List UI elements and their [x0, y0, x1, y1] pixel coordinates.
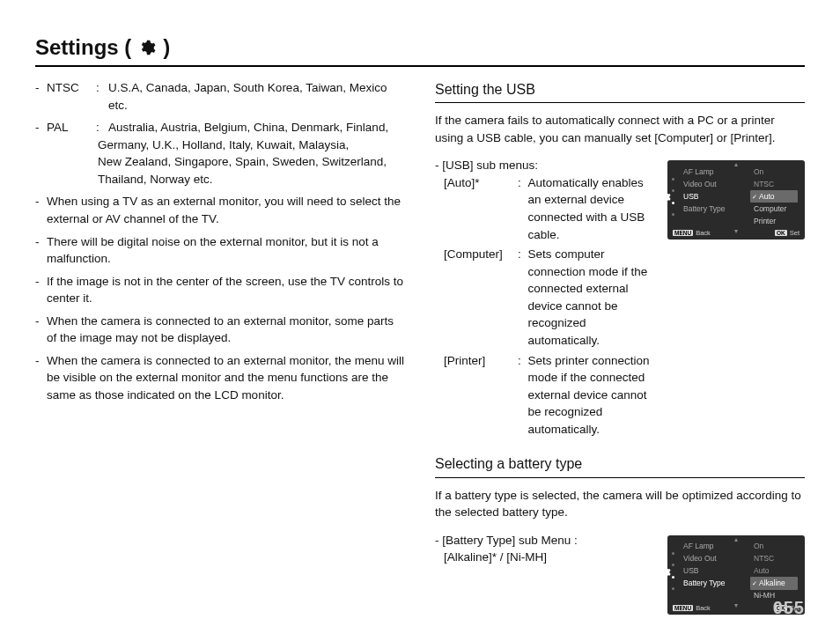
- note-digital-noise: There will be digital noise on the exter…: [35, 233, 405, 268]
- usb-heading: Setting the USB: [435, 79, 805, 100]
- right-column: Setting the USB If the camera fails to a…: [435, 79, 805, 629]
- battery-intro: If a battery type is selected, the camer…: [435, 487, 805, 521]
- note-center-image: If the image is not in the center of the…: [35, 273, 405, 307]
- pal-value-2: Germany, U.K., Holland, Italy, Kuwait, M…: [47, 136, 405, 154]
- battery-sub-label: - [Battery Type] sub Menu :: [435, 532, 653, 549]
- battery-heading: Selecting a battery type: [435, 453, 805, 474]
- page-number: 055: [773, 598, 805, 618]
- page-title: Settings ( ): [35, 35, 805, 60]
- osd-tab-indicator: [671, 173, 674, 220]
- left-column: NTSC:U.S.A, Canada, Japan, South Korea, …: [35, 79, 405, 629]
- pal-line: PAL:Australia, Austria, Belgium, China, …: [35, 119, 405, 188]
- osd-back-label: MENUBack: [673, 229, 711, 238]
- usb-computer-def: [Computer]: Sets computer connection mod…: [444, 246, 653, 349]
- battery-sub-values: [Alkaline]* / [Ni-MH]: [444, 549, 653, 566]
- osd-row-usb: USBAuto: [673, 190, 799, 203]
- title-rule: [35, 65, 805, 67]
- pal-value-4: Thailand, Norway etc.: [47, 171, 405, 188]
- osd-row-video-out: Video OutNTSC: [673, 178, 799, 190]
- pal-key: PAL: [47, 119, 92, 136]
- pal-value-1: Australia, Austria, Belgium, China, Denm…: [108, 119, 405, 136]
- osd-row-battery-type: Battery TypeAlkaline: [673, 578, 799, 590]
- note-menu-visible: When the camera is connected to an exter…: [35, 352, 405, 404]
- osd-gear-icon: [659, 191, 671, 206]
- battery-rule: [435, 477, 805, 478]
- note-tv-channel: When using a TV as an external monitor, …: [35, 193, 405, 227]
- osd-tab-indicator: [671, 548, 674, 595]
- osd-arrow-up-icon: ▴: [734, 159, 738, 170]
- osd-usb: ▴ AF LampOn Video OutNTSC USBAuto Batter…: [667, 160, 805, 240]
- osd-row-video-out: Video OutNTSC: [673, 553, 799, 565]
- usb-auto-def: [Auto]*: Automatically enables an extern…: [444, 174, 653, 243]
- page-title-prefix: Settings (: [35, 35, 131, 60]
- osd-arrow-up-icon: ▴: [734, 534, 738, 545]
- pal-value-3: New Zealand, Singapore, Spain, Sweden, S…: [47, 153, 405, 171]
- osd-row-usb: USBAuto: [673, 565, 799, 578]
- ntsc-line: NTSC:U.S.A, Canada, Japan, South Korea, …: [35, 79, 405, 114]
- page-title-suffix: ): [163, 35, 170, 60]
- ntsc-value: U.S.A, Canada, Japan, South Korea, Taiwa…: [108, 79, 405, 114]
- osd-row-battery-type: Battery TypeComputer: [673, 203, 799, 215]
- osd-gear-icon: [659, 565, 671, 580]
- usb-printer-def: [Printer]: Sets printer connection mode …: [444, 352, 653, 439]
- note-some-parts: When the camera is connected to an exter…: [35, 313, 405, 347]
- settings-gear-icon: [138, 39, 156, 56]
- usb-submenus-label: - [USB] sub menus:: [435, 157, 653, 174]
- ntsc-key: NTSC: [47, 79, 92, 114]
- usb-intro: If the camera fails to automatically con…: [435, 112, 805, 146]
- osd-set-label: OKSet: [775, 229, 799, 238]
- usb-rule: [435, 102, 805, 103]
- osd-back-label: MENUBack: [673, 604, 711, 613]
